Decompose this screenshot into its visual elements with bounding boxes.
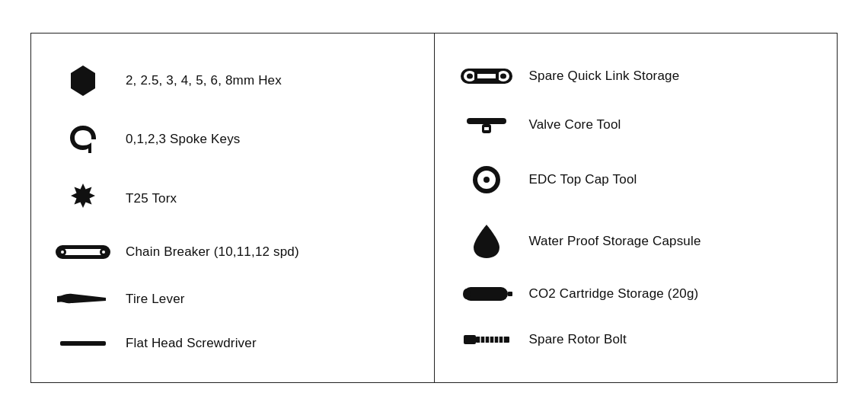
quick-link-icon xyxy=(459,65,514,88)
svg-marker-0 xyxy=(71,65,95,96)
list-item: Spare Quick Link Storage xyxy=(459,65,813,88)
tire-lever-label: Tire Lever xyxy=(126,292,185,307)
svg-point-11 xyxy=(467,73,473,78)
feature-list: 2, 2.5, 3, 4, 5, 6, 8mm Hex 0,1,2,3 Spok… xyxy=(30,33,838,383)
list-item: Tire Lever xyxy=(56,289,410,310)
svg-rect-18 xyxy=(484,127,489,130)
valve-core-icon xyxy=(459,113,514,136)
svg-rect-15 xyxy=(477,74,496,78)
svg-rect-16 xyxy=(467,118,506,124)
quick-link-label: Spare Quick Link Storage xyxy=(529,69,680,84)
list-item: CO2 Cartridge Storage (20g) xyxy=(459,286,813,302)
spoke-label: 0,1,2,3 Spoke Keys xyxy=(126,132,241,147)
svg-point-21 xyxy=(483,177,490,183)
svg-point-4 xyxy=(61,251,64,254)
list-item: Spare Rotor Bolt xyxy=(459,329,813,350)
co2-label: CO2 Cartridge Storage (20g) xyxy=(529,286,699,302)
waterproof-label: Water Proof Storage Capsule xyxy=(529,234,701,249)
svg-rect-8 xyxy=(60,341,106,346)
left-column: 2, 2.5, 3, 4, 5, 6, 8mm Hex 0,1,2,3 Spok… xyxy=(31,34,435,382)
list-item: 0,1,2,3 Spoke Keys xyxy=(56,123,410,156)
torx-icon xyxy=(56,182,110,215)
list-item: Chain Breaker (10,11,12 spd) xyxy=(56,241,410,263)
rotor-bolt-icon xyxy=(459,329,514,350)
svg-rect-24 xyxy=(508,292,512,296)
list-item: Flat Head Screwdriver xyxy=(56,336,410,351)
hex-icon xyxy=(56,64,110,97)
edc-cap-label: EDC Top Cap Tool xyxy=(529,172,637,187)
svg-point-6 xyxy=(102,251,105,254)
waterproof-icon xyxy=(459,223,514,260)
edc-cap-icon xyxy=(459,163,514,196)
chain-breaker-label: Chain Breaker (10,11,12 spd) xyxy=(126,244,299,260)
flathead-label: Flat Head Screwdriver xyxy=(126,336,257,351)
chain-breaker-icon xyxy=(56,241,110,263)
svg-rect-25 xyxy=(464,335,476,344)
svg-point-13 xyxy=(500,73,506,78)
flathead-icon xyxy=(56,337,110,350)
torx-label: T25 Torx xyxy=(126,191,177,206)
svg-rect-7 xyxy=(75,249,91,255)
list-item: 2, 2.5, 3, 4, 5, 6, 8mm Hex xyxy=(56,64,410,97)
right-column: Spare Quick Link Storage Valve Core Tool xyxy=(435,34,838,382)
tire-lever-icon xyxy=(56,289,110,310)
list-item: Water Proof Storage Capsule xyxy=(459,223,813,260)
list-item: Valve Core Tool xyxy=(459,113,813,136)
hex-label: 2, 2.5, 3, 4, 5, 6, 8mm Hex xyxy=(126,73,282,88)
spoke-icon xyxy=(56,123,110,156)
valve-core-label: Valve Core Tool xyxy=(529,117,621,132)
list-item: T25 Torx xyxy=(56,182,410,215)
svg-point-23 xyxy=(463,289,471,299)
list-item: EDC Top Cap Tool xyxy=(459,163,813,196)
rotor-bolt-label: Spare Rotor Bolt xyxy=(529,332,627,347)
co2-icon xyxy=(459,286,514,302)
